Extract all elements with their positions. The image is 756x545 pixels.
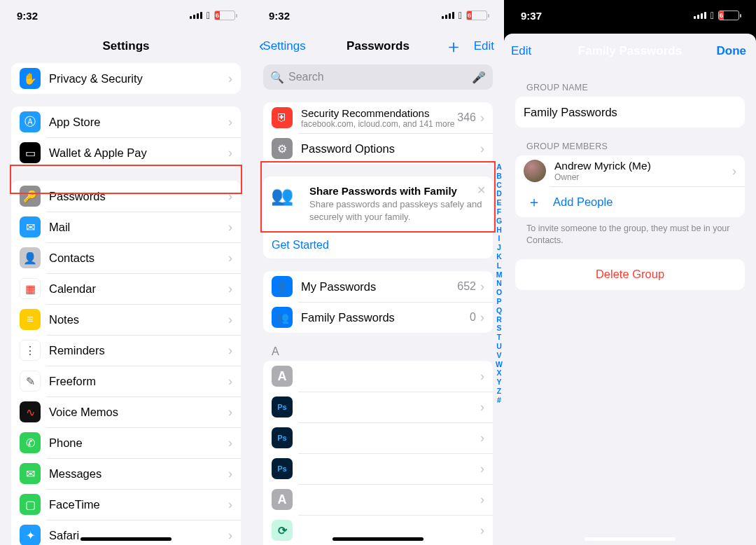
chevron-right-icon: ›	[480, 111, 484, 125]
site-icon: Ps	[272, 396, 293, 418]
index-letter[interactable]: T	[496, 333, 503, 342]
index-letter[interactable]: W	[496, 360, 503, 369]
mic-icon[interactable]: 🎤	[472, 71, 486, 84]
members-header: GROUP MEMBERS	[526, 142, 756, 151]
edit-button[interactable]: Edit	[474, 39, 494, 53]
page-title: Family Passwords	[578, 44, 682, 58]
index-letter[interactable]: G	[496, 216, 503, 226]
member-row[interactable]: Andrew Myrick (Me) Owner ›	[515, 156, 745, 186]
chevron-right-icon: ›	[480, 142, 484, 156]
cell-signal-icon	[694, 12, 706, 19]
index-letter[interactable]: A	[496, 163, 503, 172]
key-icon: 🔑	[20, 186, 41, 207]
delete-group-button[interactable]: Delete Group	[515, 259, 745, 290]
index-letter[interactable]: F	[496, 207, 503, 216]
home-indicator[interactable]	[584, 537, 676, 541]
index-letter[interactable]: E	[496, 198, 503, 207]
row-contacts[interactable]: 👤 Contacts ›	[11, 242, 241, 273]
status-bar: 9:37 􀙇 6	[504, 0, 756, 31]
passwords-screen: 9:32 􀙇 6 ‹ Settings Passwords ＋ Edit 🔍 S…	[252, 0, 504, 545]
index-letter[interactable]: D	[496, 189, 503, 198]
index-letter[interactable]: I	[496, 234, 503, 243]
back-button[interactable]: ‹ Settings	[259, 39, 306, 54]
add-people-button[interactable]: ＋ Add People	[515, 186, 745, 217]
done-button[interactable]: Done	[717, 44, 747, 58]
index-letter[interactable]: O	[496, 288, 503, 297]
group-name-field[interactable]: Family Passwords	[515, 97, 745, 127]
settings-list[interactable]: ✋ Privacy & Security › Ⓐ App Store › ▭ W…	[0, 62, 252, 545]
page-title: Passwords	[346, 39, 410, 53]
row-security-recs[interactable]: ⛨ Security Recommendations facebook.com,…	[263, 102, 493, 133]
wifi-icon: 􀙇	[206, 10, 210, 21]
index-letter[interactable]: U	[496, 342, 503, 351]
index-letter[interactable]: B	[496, 172, 503, 181]
row-my-passwords[interactable]: 👤 My Passwords 652 ›	[263, 271, 493, 302]
index-letter[interactable]: X	[496, 368, 503, 378]
row-messages[interactable]: ✉ Messages ›	[11, 458, 241, 489]
index-letter[interactable]: R	[496, 315, 503, 324]
battery-icon: 6	[214, 11, 235, 20]
row-freeform[interactable]: ✎ Freeform ›	[11, 366, 241, 396]
home-indicator[interactable]	[332, 537, 424, 541]
row-phone[interactable]: ✆ Phone ›	[11, 427, 241, 458]
password-entry[interactable]: A ›	[263, 484, 493, 515]
row-appstore[interactable]: Ⓐ App Store ›	[11, 106, 241, 137]
row-privacy[interactable]: ✋ Privacy & Security ›	[11, 63, 241, 94]
index-strip[interactable]: ABCDEFGHIJKLMNOPQRSTUVWXYZ#	[496, 163, 503, 405]
group-name-header: GROUP NAME	[526, 83, 756, 92]
index-letter[interactable]: V	[496, 351, 503, 360]
index-letter[interactable]: C	[496, 181, 503, 190]
index-letter[interactable]: P	[496, 297, 503, 306]
index-letter[interactable]: N	[496, 279, 503, 288]
chevron-right-icon: ›	[228, 528, 232, 543]
index-letter[interactable]: Z	[496, 387, 503, 396]
index-letter[interactable]: #	[496, 396, 503, 405]
index-letter[interactable]: S	[496, 324, 503, 333]
status-right: 􀙇 6	[190, 10, 235, 21]
row-wallet[interactable]: ▭ Wallet & Apple Pay ›	[11, 137, 241, 168]
freeform-icon: ✎	[20, 371, 41, 392]
search-input[interactable]: 🔍 Search 🎤	[263, 64, 493, 90]
home-indicator[interactable]	[80, 537, 172, 541]
index-letter[interactable]: Y	[496, 378, 503, 387]
edit-button[interactable]: Edit	[511, 44, 531, 58]
chevron-right-icon: ›	[480, 310, 484, 325]
battery-icon: 6	[718, 11, 739, 20]
phone-icon: ✆	[20, 432, 41, 453]
row-calendar[interactable]: ▦ Calendar ›	[11, 273, 241, 304]
row-notes[interactable]: ≡ Notes ›	[11, 304, 241, 335]
reminders-icon: ⋮	[20, 340, 41, 361]
wallet-icon: ▭	[20, 142, 41, 163]
row-reminders[interactable]: ⋮ Reminders ›	[11, 335, 241, 366]
index-letter[interactable]: J	[496, 243, 503, 252]
add-button[interactable]: ＋	[444, 37, 463, 55]
index-letter[interactable]: H	[496, 226, 503, 235]
row-family-passwords[interactable]: 👥 Family Passwords 0 ›	[263, 302, 493, 333]
row-facetime[interactable]: ▢ FaceTime ›	[11, 489, 241, 520]
row-password-options[interactable]: ⚙ Password Options ›	[263, 133, 493, 164]
password-entry[interactable]: A ›	[263, 361, 493, 392]
appstore-icon: Ⓐ	[20, 111, 41, 132]
chevron-right-icon: ›	[228, 282, 232, 296]
sheet: Edit Family Passwords Done GROUP NAME Fa…	[504, 34, 756, 545]
clock: 9:32	[269, 10, 290, 22]
row-safari[interactable]: ✦ Safari ›	[11, 520, 241, 545]
row-passwords[interactable]: 🔑 Passwords ›	[11, 181, 241, 212]
share-family-card: ✕ 👥 Share Passwords with Family Share pa…	[263, 177, 493, 258]
password-entry[interactable]: Ps ›	[263, 422, 493, 453]
password-entry[interactable]: Ps ›	[263, 453, 493, 484]
row-mail[interactable]: ✉ Mail ›	[11, 212, 241, 242]
get-started-button[interactable]: Get Started	[263, 231, 493, 258]
password-entry[interactable]: Ps ›	[263, 392, 493, 422]
index-letter[interactable]: L	[496, 261, 503, 270]
row-voicememos[interactable]: ∿ Voice Memos ›	[11, 396, 241, 427]
index-letter[interactable]: M	[496, 270, 503, 280]
index-letter[interactable]: K	[496, 252, 503, 261]
person-icon: 👤	[272, 276, 293, 297]
status-right: 􀙇 6	[442, 10, 487, 21]
close-icon[interactable]: ✕	[477, 184, 486, 197]
chevron-right-icon: ›	[480, 280, 484, 294]
search-icon: 🔍	[270, 71, 284, 84]
chevron-right-icon: ›	[732, 164, 736, 179]
index-letter[interactable]: Q	[496, 306, 503, 315]
